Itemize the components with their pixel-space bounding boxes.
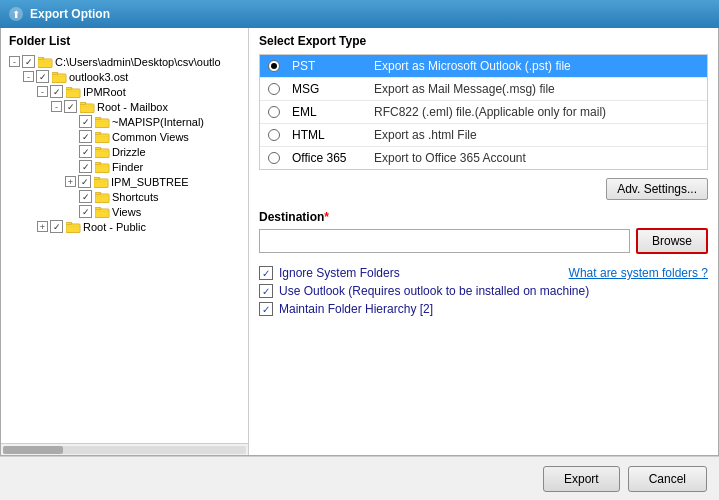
export-desc-eml: RFC822 (.eml) file.(Applicable only for … <box>374 105 606 119</box>
export-row-pst[interactable]: PST Export as Microsoft Outlook (.pst) f… <box>260 55 707 78</box>
folder-icon <box>79 100 95 113</box>
export-desc-msg: Export as Mail Message(.msg) file <box>374 82 555 96</box>
svg-rect-10 <box>52 72 58 74</box>
export-type-label-eml: EML <box>292 105 362 119</box>
tree-checkbox[interactable] <box>79 205 92 218</box>
tree-checkbox[interactable] <box>79 160 92 173</box>
svg-rect-34 <box>95 149 109 158</box>
cancel-button[interactable]: Cancel <box>628 466 707 492</box>
export-row-office365[interactable]: Office 365 Export to Office 365 Account <box>260 147 707 169</box>
expand-icon[interactable]: - <box>9 56 20 67</box>
tree-item-root-path[interactable]: - C:\Users\admin\Desktop\csv\outlo <box>5 54 244 69</box>
export-desc-html: Export as .html File <box>374 128 477 142</box>
folder-icon <box>37 55 53 68</box>
option-checkbox-maintain-hierarchy[interactable] <box>259 302 273 316</box>
export-row-msg[interactable]: MSG Export as Mail Message(.msg) file <box>260 78 707 101</box>
tree-item-ipm-subtree[interactable]: + IPM_SUBTREE <box>5 174 244 189</box>
tree-item-root-public[interactable]: + Root - Public <box>5 219 244 234</box>
right-panel: Select Export Type PST Export as Microso… <box>249 28 718 455</box>
svg-rect-35 <box>95 147 101 149</box>
tree-checkbox[interactable] <box>64 100 77 113</box>
tree-checkbox[interactable] <box>50 220 63 233</box>
title-bar-title: Export Option <box>30 7 110 21</box>
tree-label: Views <box>112 206 141 218</box>
radio-msg[interactable] <box>268 83 280 95</box>
svg-rect-4 <box>38 59 52 68</box>
folder-icon <box>93 175 109 188</box>
adv-settings-row: Adv. Settings... <box>259 178 708 200</box>
tree-checkbox[interactable] <box>79 190 92 203</box>
folder-icon <box>94 205 110 218</box>
expand-icon <box>65 146 77 158</box>
expand-icon[interactable]: + <box>65 176 76 187</box>
radio-eml[interactable] <box>268 106 280 118</box>
svg-rect-49 <box>95 194 109 203</box>
tree-item-common-views[interactable]: Common Views <box>5 129 244 144</box>
tree-label: IPM_SUBTREE <box>111 176 189 188</box>
radio-pst[interactable] <box>268 60 280 72</box>
tree-item-root-mailbox[interactable]: - Root - Mailbox <box>5 99 244 114</box>
folder-icon <box>94 160 110 173</box>
expand-icon <box>65 191 77 203</box>
tree-item-ipmroot[interactable]: - IPMRoot <box>5 84 244 99</box>
tree-checkbox[interactable] <box>36 70 49 83</box>
expand-icon <box>65 116 77 128</box>
svg-rect-40 <box>95 162 101 164</box>
expand-icon[interactable]: - <box>51 101 62 112</box>
folder-icon <box>94 145 110 158</box>
export-type-table: PST Export as Microsoft Outlook (.pst) f… <box>259 54 708 170</box>
tree-label: IPMRoot <box>83 86 126 98</box>
svg-rect-54 <box>95 209 109 218</box>
svg-rect-29 <box>95 134 109 143</box>
svg-rect-25 <box>95 117 101 119</box>
expand-icon[interactable]: + <box>37 221 48 232</box>
svg-rect-30 <box>95 132 101 134</box>
tree-checkbox[interactable] <box>79 145 92 158</box>
option-checkbox-use-outlook[interactable] <box>259 284 273 298</box>
tree-item-views[interactable]: Views <box>5 204 244 219</box>
option-link-ignore-system[interactable]: What are system folders ? <box>569 266 708 280</box>
export-row-html[interactable]: HTML Export as .html File <box>260 124 707 147</box>
svg-rect-24 <box>95 119 109 128</box>
tree-checkbox[interactable] <box>79 115 92 128</box>
tree-item-finder[interactable]: Finder <box>5 159 244 174</box>
option-label-ignore-system: Ignore System Folders <box>279 266 400 280</box>
svg-text:⬆: ⬆ <box>12 9 20 20</box>
radio-office365[interactable] <box>268 152 280 164</box>
tree-checkbox[interactable] <box>79 130 92 143</box>
tree-item-shortcuts[interactable]: Shortcuts <box>5 189 244 204</box>
svg-rect-39 <box>95 164 109 173</box>
expand-icon[interactable]: - <box>23 71 34 82</box>
tree-item-mapisp[interactable]: ~MAPISP(Internal) <box>5 114 244 129</box>
select-export-header: Select Export Type <box>259 34 708 54</box>
tree-label: Root - Mailbox <box>97 101 168 113</box>
export-row-eml[interactable]: EML RFC822 (.eml) file.(Applicable only … <box>260 101 707 124</box>
tree-item-ost-file[interactable]: - outlook3.ost <box>5 69 244 84</box>
option-checkbox-ignore-system[interactable] <box>259 266 273 280</box>
option-row-ignore-system: Ignore System Folders What are system fo… <box>259 266 708 280</box>
export-button[interactable]: Export <box>543 466 620 492</box>
folder-icon <box>94 190 110 203</box>
expand-icon[interactable]: - <box>37 86 48 97</box>
option-label-maintain-hierarchy: Maintain Folder Hierarchy [2] <box>279 302 433 316</box>
tree-checkbox[interactable] <box>50 85 63 98</box>
expand-icon <box>65 131 77 143</box>
folder-list-header: Folder List <box>1 28 248 52</box>
tree-label: Root - Public <box>83 221 146 233</box>
export-type-label-pst: PST <box>292 59 362 73</box>
radio-html[interactable] <box>268 129 280 141</box>
destination-input[interactable] <box>259 229 630 253</box>
bottom-bar: Export Cancel <box>0 456 719 500</box>
adv-settings-button[interactable]: Adv. Settings... <box>606 178 708 200</box>
tree-checkbox[interactable] <box>78 175 91 188</box>
folder-tree[interactable]: - C:\Users\admin\Desktop\csv\outlo - out… <box>1 52 248 443</box>
browse-button[interactable]: Browse <box>636 228 708 254</box>
svg-rect-44 <box>94 179 108 188</box>
tree-checkbox[interactable] <box>22 55 35 68</box>
horizontal-scrollbar[interactable] <box>1 443 248 455</box>
option-label-use-outlook: Use Outlook (Requires outlook to be inst… <box>279 284 589 298</box>
tree-label: outlook3.ost <box>69 71 128 83</box>
svg-rect-15 <box>66 87 72 89</box>
destination-row: Browse <box>259 228 708 254</box>
tree-item-drizzle[interactable]: Drizzle <box>5 144 244 159</box>
